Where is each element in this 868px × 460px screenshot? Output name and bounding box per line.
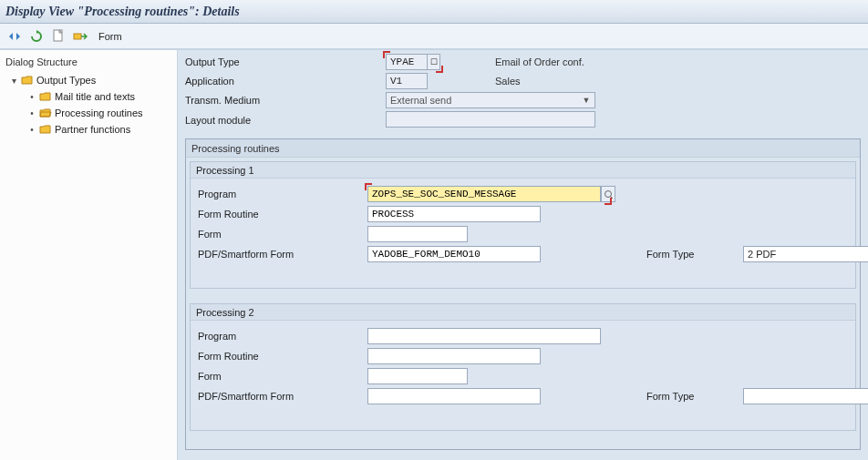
chevron-down-icon: ▼ bbox=[580, 96, 593, 105]
transm-medium-combo[interactable]: External send ▼ bbox=[386, 92, 595, 108]
tree: ▾ Output Types • Mail title and texts • … bbox=[4, 72, 177, 138]
window-title-bar: Display View "Processing routines": Deta… bbox=[0, 0, 868, 24]
bullet-icon: • bbox=[27, 125, 36, 135]
output-type-label: Output Type bbox=[185, 56, 386, 67]
form-type-label: Form Type bbox=[646, 391, 738, 402]
layout-module-field bbox=[386, 111, 595, 128]
output-type-desc: Email of Order conf. bbox=[495, 56, 687, 67]
combo-value: 2 PDF bbox=[748, 249, 776, 260]
group-title: Processing routines bbox=[186, 139, 860, 158]
form-label: Form bbox=[198, 229, 362, 240]
tree-label: Processing routines bbox=[55, 107, 143, 118]
form-routine-field[interactable] bbox=[367, 206, 541, 222]
tree-label: Partner functions bbox=[55, 124, 130, 135]
application-label: Application bbox=[185, 76, 386, 87]
tree-item-processing-routines[interactable]: • Processing routines bbox=[4, 105, 177, 121]
form-routine-label: Form Routine bbox=[198, 351, 362, 362]
form-type-label: Form Type bbox=[646, 249, 738, 260]
subgroup-title: Processing 2 bbox=[191, 304, 855, 321]
program-label: Program bbox=[198, 331, 362, 342]
folder-icon bbox=[39, 124, 52, 135]
svg-rect-1 bbox=[74, 34, 81, 39]
expander-icon[interactable]: ▾ bbox=[9, 76, 18, 86]
application-desc: Sales bbox=[495, 76, 687, 87]
chevron-down-icon: ▼ bbox=[864, 250, 868, 259]
page-title: Display View "Processing routines": Deta… bbox=[5, 5, 240, 19]
folder-open-icon bbox=[39, 107, 52, 118]
processing-2-box: Processing 2 Program Form Routine bbox=[190, 303, 856, 431]
output-type-field[interactable]: YPAE bbox=[386, 54, 428, 70]
svg-line-3 bbox=[610, 196, 613, 199]
folder-open-icon bbox=[21, 75, 34, 86]
f4-help-icon[interactable] bbox=[601, 186, 615, 202]
application-field: V1 bbox=[386, 73, 428, 89]
f4-help-icon[interactable]: ☐ bbox=[428, 54, 440, 70]
form-label: Form bbox=[198, 371, 362, 382]
program-label: Program bbox=[198, 189, 362, 199]
processing-routines-group: Processing routines Processing 1 Program bbox=[185, 138, 861, 450]
form-field[interactable] bbox=[367, 368, 468, 384]
processing-1-box: Processing 1 Program bbox=[190, 161, 856, 289]
tree-item-mail-title[interactable]: • Mail title and texts bbox=[4, 88, 177, 105]
output-type-field-wrap: YPAE ☐ bbox=[386, 54, 440, 70]
transm-medium-label: Transm. Medium bbox=[185, 95, 386, 106]
layout-module-label: Layout module bbox=[185, 115, 386, 126]
program-field-wrap bbox=[367, 186, 623, 202]
header-area: Output Type YPAE ☐ Email of Order conf. … bbox=[185, 54, 861, 129]
tree-item-output-types[interactable]: ▾ Output Types bbox=[4, 72, 177, 88]
program-field[interactable] bbox=[367, 328, 601, 344]
pdf-smartform-label: PDF/Smartform Form bbox=[198, 249, 362, 260]
chevron-down-icon: ▼ bbox=[864, 392, 868, 401]
dialog-structure-pane: Dialog Structure ▾ Output Types • Mail t… bbox=[0, 50, 178, 460]
bullet-icon: • bbox=[27, 108, 36, 118]
form-routine-label: Form Routine bbox=[198, 209, 362, 220]
tree-label: Output Types bbox=[36, 75, 96, 86]
form-field[interactable] bbox=[367, 226, 468, 242]
document-icon[interactable] bbox=[49, 27, 67, 46]
form-type-combo[interactable]: 2 PDF ▼ bbox=[743, 246, 868, 262]
form-type-combo[interactable]: ▼ bbox=[743, 388, 868, 404]
folder-icon bbox=[39, 91, 52, 102]
refresh-icon[interactable] bbox=[27, 27, 46, 46]
pdf-smartform-field[interactable] bbox=[367, 246, 541, 262]
bullet-icon: • bbox=[27, 92, 36, 102]
pdf-smartform-field[interactable] bbox=[367, 388, 541, 404]
program-field[interactable] bbox=[367, 186, 601, 202]
form-menu[interactable]: Form bbox=[98, 31, 122, 42]
toolbar: Form bbox=[0, 24, 868, 49]
detail-pane: Output Type YPAE ☐ Email of Order conf. … bbox=[178, 50, 868, 460]
other-view-icon[interactable] bbox=[5, 27, 24, 46]
pdf-smartform-label: PDF/Smartform Form bbox=[198, 391, 362, 402]
form-routine-field[interactable] bbox=[367, 348, 541, 364]
transport-icon[interactable] bbox=[71, 27, 89, 46]
tree-item-partner-functions[interactable]: • Partner functions bbox=[4, 121, 177, 138]
tree-label: Mail title and texts bbox=[55, 91, 135, 102]
subgroup-title: Processing 1 bbox=[191, 162, 855, 179]
pane-header: Dialog Structure bbox=[4, 54, 177, 70]
combo-value: External send bbox=[390, 95, 451, 106]
